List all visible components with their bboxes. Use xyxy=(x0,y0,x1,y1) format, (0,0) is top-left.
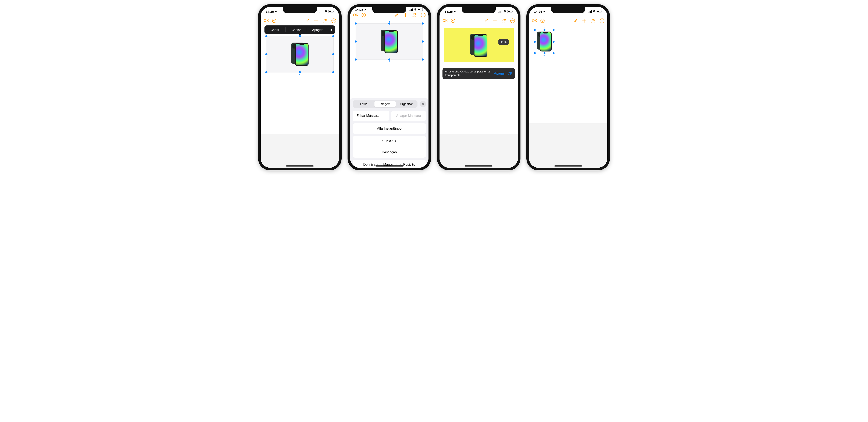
alpha-delete-button[interactable]: Apagar xyxy=(494,72,505,75)
phone-frame-3: 14:25 ➤ OK xyxy=(437,4,521,170)
undo-icon[interactable] xyxy=(451,19,456,23)
instant-alpha-image[interactable]: 11% xyxy=(444,28,514,62)
wifi-icon xyxy=(414,8,417,11)
plus-icon[interactable] xyxy=(314,19,318,23)
plus-icon[interactable] xyxy=(403,13,408,18)
resize-handle[interactable] xyxy=(332,53,334,55)
resize-handle[interactable] xyxy=(533,29,536,31)
battery-icon xyxy=(418,8,424,11)
tab-arrange[interactable]: Organizar xyxy=(396,101,417,107)
selected-image[interactable]: ▼▲ xyxy=(266,36,334,72)
context-cut[interactable]: Cortar xyxy=(265,28,285,32)
phone-frame-2: 14:25 ➤ OK ▼▲ xyxy=(347,4,431,170)
document-separator xyxy=(529,123,607,168)
replace-button[interactable]: Substituir xyxy=(352,136,426,147)
selected-result-image[interactable]: ▼▲ xyxy=(534,30,554,54)
more-icon[interactable] xyxy=(332,19,336,23)
svg-point-13 xyxy=(334,21,335,21)
resize-handle[interactable] xyxy=(422,40,424,42)
resize-handle[interactable] xyxy=(422,59,424,61)
alpha-ok-button[interactable]: OK xyxy=(507,72,513,75)
ok-button[interactable]: OK xyxy=(353,13,358,17)
undo-icon[interactable] xyxy=(272,19,277,23)
svg-rect-31 xyxy=(502,10,502,13)
resize-handle[interactable] xyxy=(543,52,546,55)
phone-frame-4: 14:25 ➤ OK ▼▲ xyxy=(526,4,610,170)
resize-handle[interactable] xyxy=(332,71,334,73)
home-indicator[interactable] xyxy=(554,165,582,166)
resize-handle[interactable] xyxy=(355,23,357,25)
undo-icon[interactable] xyxy=(540,19,545,23)
canvas[interactable]: ▼▲ xyxy=(350,18,429,98)
brush-icon[interactable] xyxy=(394,13,399,18)
resize-handle[interactable] xyxy=(533,52,536,55)
location-icon: ➤ xyxy=(275,10,277,13)
resize-handle[interactable] xyxy=(265,71,268,73)
canvas[interactable]: ▼▲ xyxy=(529,25,607,168)
iphone-product-image xyxy=(381,30,398,53)
notch xyxy=(283,7,317,13)
signal-icon xyxy=(409,8,413,11)
more-icon[interactable] xyxy=(421,13,426,18)
resize-handle[interactable] xyxy=(355,59,357,61)
status-time: 14:25 xyxy=(534,10,542,13)
resize-handle[interactable] xyxy=(533,40,536,43)
ok-button[interactable]: OK xyxy=(264,19,269,23)
home-indicator[interactable] xyxy=(375,165,403,166)
svg-point-11 xyxy=(333,21,333,21)
ok-button[interactable]: OK xyxy=(442,19,448,23)
home-indicator[interactable] xyxy=(465,165,493,166)
plus-icon[interactable] xyxy=(582,19,587,23)
svg-point-54 xyxy=(602,21,602,21)
svg-rect-15 xyxy=(410,9,411,11)
brush-icon[interactable] xyxy=(573,19,578,23)
more-icon[interactable] xyxy=(510,19,515,23)
resize-handle[interactable] xyxy=(265,35,268,37)
alpha-hint-text: Arraste através das cores para tornar tr… xyxy=(445,70,491,77)
plus-icon[interactable] xyxy=(493,19,497,23)
resize-handle[interactable] xyxy=(552,52,555,55)
resize-handle[interactable] xyxy=(422,23,424,25)
collaborate-icon[interactable] xyxy=(591,19,595,23)
collaborate-icon[interactable] xyxy=(412,13,416,18)
collaborate-icon[interactable] xyxy=(501,19,506,23)
resize-handle[interactable] xyxy=(355,40,357,42)
more-icon[interactable] xyxy=(600,19,604,23)
home-indicator[interactable] xyxy=(286,165,314,166)
svg-point-53 xyxy=(601,21,601,21)
resize-handle[interactable] xyxy=(299,35,301,37)
resize-handle[interactable] xyxy=(388,23,390,25)
description-button[interactable]: Descrição xyxy=(352,147,426,158)
context-more-arrow[interactable]: ▶ xyxy=(328,28,335,31)
context-delete[interactable]: Apagar xyxy=(307,28,328,32)
canvas[interactable]: Cortar Copiar Apagar ▶ ▼▲ xyxy=(261,25,339,168)
canvas[interactable]: 11% Arraste através das cores para torna… xyxy=(439,25,518,168)
instant-alpha-button[interactable]: Alfa Instantâneo xyxy=(352,123,426,134)
svg-rect-43 xyxy=(589,11,590,13)
resize-handle[interactable] xyxy=(265,53,268,55)
resize-handle[interactable] xyxy=(552,40,555,43)
document-separator xyxy=(439,134,518,168)
tab-image[interactable]: Imagem xyxy=(374,101,396,107)
resize-handle[interactable] xyxy=(543,29,546,31)
collaborate-icon[interactable] xyxy=(322,19,327,23)
svg-rect-5 xyxy=(329,10,331,12)
location-icon: ➤ xyxy=(364,8,366,11)
undo-icon[interactable] xyxy=(361,13,366,18)
svg-rect-48 xyxy=(601,11,602,12)
resize-handle[interactable] xyxy=(388,59,390,61)
resize-handle[interactable] xyxy=(299,71,301,73)
context-copy[interactable]: Copiar xyxy=(286,28,307,32)
iphone-product-image xyxy=(470,34,487,57)
ok-button[interactable]: OK xyxy=(532,19,537,23)
tab-style[interactable]: Estilo xyxy=(353,101,374,107)
define-placeholder-button[interactable]: Definir como Marcador de Posição xyxy=(352,160,426,168)
selected-image[interactable]: ▼▲ xyxy=(355,23,423,60)
brush-icon[interactable] xyxy=(305,19,309,23)
close-sheet-button[interactable]: ✕ xyxy=(420,101,426,107)
edit-mask-button[interactable]: Editar Máscara xyxy=(352,110,389,121)
svg-rect-44 xyxy=(590,11,591,13)
resize-handle[interactable] xyxy=(552,29,555,31)
resize-handle[interactable] xyxy=(332,35,334,37)
brush-icon[interactable] xyxy=(484,19,488,23)
